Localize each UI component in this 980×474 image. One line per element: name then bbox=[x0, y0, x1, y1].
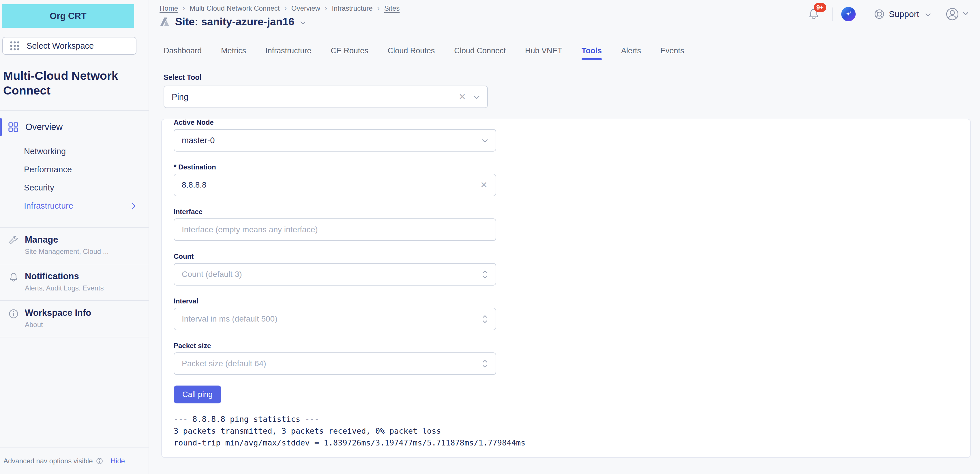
stepper-down-icon bbox=[482, 365, 488, 368]
chevron-down-icon[interactable] bbox=[473, 95, 480, 100]
breadcrumb-mcn-connect[interactable]: Multi-Cloud Network Connect bbox=[189, 4, 280, 13]
sidebar-item-overview[interactable]: Overview bbox=[0, 118, 149, 136]
ping-tool-card: Active Node master-0 * Destination ✕ Int… bbox=[161, 119, 971, 458]
active-node-value: master-0 bbox=[182, 136, 482, 145]
sidebar-item-workspace-info[interactable]: Workspace Info About bbox=[0, 300, 149, 338]
notifications-label: Notifications bbox=[25, 271, 103, 282]
interface-label: Interface bbox=[174, 208, 970, 216]
stepper-down-icon bbox=[482, 276, 488, 279]
tab-dashboard[interactable]: Dashboard bbox=[164, 46, 202, 60]
workspace-info-label: Workspace Info bbox=[25, 308, 91, 318]
breadcrumb-sites[interactable]: Sites bbox=[384, 4, 399, 13]
tab-cloud-routes[interactable]: Cloud Routes bbox=[388, 46, 435, 60]
select-workspace-button[interactable]: Select Workspace bbox=[2, 37, 137, 55]
tab-infrastructure[interactable]: Infrastructure bbox=[266, 46, 311, 60]
sidebar-item-infrastructure[interactable]: Infrastructure bbox=[0, 197, 149, 215]
number-stepper[interactable] bbox=[482, 360, 488, 368]
destination-label: * Destination bbox=[174, 163, 970, 171]
select-tool-label: Select Tool bbox=[164, 73, 980, 82]
overview-grid-icon bbox=[8, 122, 19, 132]
tab-events[interactable]: Events bbox=[660, 46, 684, 60]
notification-badge: 9+ bbox=[814, 3, 826, 12]
advanced-nav-text: Advanced nav options visible bbox=[3, 457, 93, 465]
number-stepper[interactable] bbox=[482, 315, 488, 323]
count-input[interactable] bbox=[182, 270, 482, 279]
org-banner[interactable]: Org CRT bbox=[2, 4, 134, 28]
tab-ce-routes[interactable]: CE Routes bbox=[331, 46, 368, 60]
support-label: Support bbox=[889, 9, 919, 19]
tab-cloud-connect[interactable]: Cloud Connect bbox=[454, 46, 506, 60]
sidebar-item-security[interactable]: Security bbox=[0, 179, 149, 197]
destination-field-wrap: ✕ bbox=[174, 174, 496, 196]
active-nav-accent bbox=[0, 118, 2, 136]
packet-size-field-wrap bbox=[174, 352, 496, 375]
count-label: Count bbox=[174, 252, 970, 260]
breadcrumb-infrastructure[interactable]: Infrastructure bbox=[332, 4, 372, 13]
breadcrumb-home[interactable]: Home bbox=[159, 4, 178, 13]
active-node-label: Active Node bbox=[174, 119, 970, 127]
stepper-up-icon bbox=[482, 315, 488, 318]
header-icons: 9+ Support bbox=[807, 7, 969, 21]
breadcrumb-separator: › bbox=[183, 4, 185, 13]
ping-output-line: round-trip min/avg/max/stddev = 1.839726… bbox=[174, 437, 970, 449]
sidebar-subnav: Networking Performance Security Infrastr… bbox=[0, 142, 149, 215]
stepper-up-icon bbox=[482, 270, 488, 273]
interval-label: Interval bbox=[174, 297, 970, 305]
clear-icon[interactable]: ✕ bbox=[459, 92, 466, 101]
tab-alerts[interactable]: Alerts bbox=[621, 46, 641, 60]
ai-assistant-button[interactable] bbox=[841, 7, 856, 21]
sidebar-footer: Advanced nav options visible Hide bbox=[0, 447, 149, 474]
life-ring-icon bbox=[873, 8, 885, 20]
ping-output-line: --- 8.8.8.8 ping statistics --- bbox=[174, 413, 970, 425]
interface-input[interactable] bbox=[182, 225, 488, 234]
sparkle-icon bbox=[845, 10, 853, 18]
user-menu[interactable] bbox=[945, 7, 969, 21]
security-label: Security bbox=[24, 183, 54, 192]
networking-label: Networking bbox=[24, 147, 66, 156]
interval-field-wrap bbox=[174, 308, 496, 330]
chevron-down-icon bbox=[300, 21, 306, 25]
sidebar-item-performance[interactable]: Performance bbox=[0, 160, 149, 179]
number-stepper[interactable] bbox=[482, 270, 488, 279]
breadcrumb-overview[interactable]: Overview bbox=[291, 4, 320, 13]
bell-icon bbox=[8, 272, 19, 283]
breadcrumb-separator: › bbox=[377, 4, 380, 13]
notifications-button[interactable]: 9+ bbox=[807, 8, 821, 21]
clear-icon[interactable]: ✕ bbox=[480, 181, 488, 189]
header-divider bbox=[832, 8, 833, 21]
breadcrumb-separator: › bbox=[284, 4, 286, 13]
sidebar-item-networking[interactable]: Networking bbox=[0, 142, 149, 160]
sidebar-divider bbox=[0, 110, 149, 111]
sidebar-item-notifications[interactable]: Notifications Alerts, Audit Logs, Events bbox=[0, 264, 149, 300]
tool-select-value: Ping bbox=[172, 92, 459, 102]
chevron-right-icon bbox=[131, 202, 136, 210]
tab-tools[interactable]: Tools bbox=[582, 46, 602, 60]
tab-metrics[interactable]: Metrics bbox=[221, 46, 246, 60]
chevron-down-icon bbox=[925, 13, 931, 17]
tab-hub-vnet[interactable]: Hub VNET bbox=[525, 46, 562, 60]
manage-subtitle: Site Management, Cloud ... bbox=[25, 247, 109, 255]
grid-dots-icon bbox=[9, 40, 20, 51]
packet-size-label: Packet size bbox=[174, 342, 970, 350]
interval-input[interactable] bbox=[182, 314, 482, 323]
active-node-select[interactable]: master-0 bbox=[174, 129, 496, 152]
sidebar-item-manage[interactable]: Manage Site Management, Cloud ... bbox=[0, 227, 149, 264]
sidebar-sections: Manage Site Management, Cloud ... Notifi… bbox=[0, 227, 149, 338]
sidebar: Org CRT Select Workspace Multi-Cloud Net… bbox=[0, 0, 149, 474]
tool-select[interactable]: Ping ✕ bbox=[164, 86, 488, 108]
packet-size-input[interactable] bbox=[182, 359, 482, 368]
support-menu[interactable]: Support bbox=[873, 8, 931, 20]
performance-label: Performance bbox=[24, 165, 72, 174]
wrench-icon bbox=[8, 235, 19, 246]
count-field-wrap bbox=[174, 263, 496, 285]
chevron-down-icon[interactable] bbox=[482, 139, 488, 143]
info-icon bbox=[8, 308, 19, 319]
breadcrumb-separator: › bbox=[325, 4, 327, 13]
overview-label: Overview bbox=[25, 122, 63, 132]
workspace-info-subtitle: About bbox=[25, 321, 91, 329]
call-ping-button[interactable]: Call ping bbox=[174, 385, 221, 403]
destination-input[interactable] bbox=[182, 181, 480, 190]
manage-label: Manage bbox=[25, 235, 109, 245]
azure-icon bbox=[159, 17, 170, 27]
hide-nav-link[interactable]: Hide bbox=[111, 457, 125, 465]
